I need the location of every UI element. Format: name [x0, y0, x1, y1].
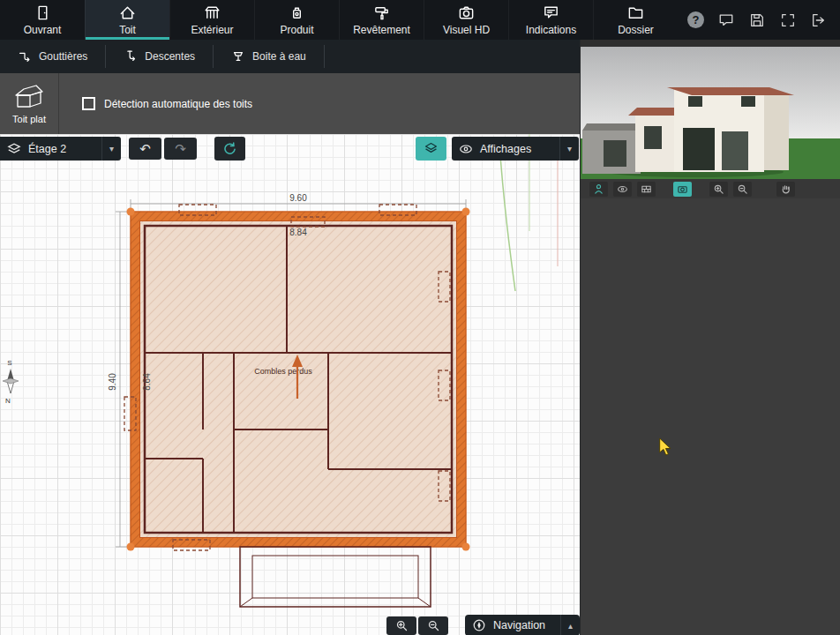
note-icon [543, 4, 559, 21]
eye-icon [617, 183, 628, 195]
help-button[interactable]: ? [687, 11, 704, 28]
roof-subnav: Gouttières Descentes Boite à eau [0, 40, 580, 73]
right-panel [580, 40, 840, 635]
roof-icon [119, 4, 136, 21]
redo-button[interactable]: ↷ [164, 138, 197, 160]
zoom-in-button[interactable] [386, 616, 416, 635]
camera-view-button[interactable] [673, 182, 692, 197]
waterbox-icon [231, 49, 245, 64]
exit-button[interactable] [810, 11, 828, 29]
flat-roof-icon [13, 83, 45, 109]
tab-toit[interactable]: Toit [85, 0, 169, 40]
tab-revetement[interactable]: Revêtement [339, 0, 424, 40]
tab-label: Extérieur [191, 24, 233, 36]
dim-inner-height: 8.64 [142, 373, 152, 391]
render-3d [581, 40, 840, 179]
viewport-zoom-out-button[interactable] [733, 182, 752, 197]
plan-canvas[interactable]: 9.60 8.84 9.40 8.64 Combles perdus S N [0, 134, 580, 635]
fullscreen-icon [780, 12, 796, 28]
subnav-label: Descentes [145, 50, 195, 63]
floor-plan[interactable]: 9.60 8.84 9.40 8.64 Combles perdus S N [0, 134, 580, 635]
floor-selector[interactable]: Étage 2 ▾ [0, 137, 121, 161]
paint-roller-icon [373, 4, 390, 21]
room-label: Combles perdus [254, 367, 312, 376]
viewport-zoom-in-button[interactable] [709, 182, 728, 197]
save-button[interactable] [748, 11, 766, 29]
person-icon [593, 183, 604, 195]
walls-view-button[interactable] [637, 182, 656, 197]
camera-icon [677, 183, 688, 195]
tab-exterieur[interactable]: Extérieur [169, 0, 254, 40]
zoom-in-icon [713, 183, 724, 195]
viewport-3d[interactable] [581, 40, 840, 179]
zoom-in-icon [395, 619, 409, 632]
top-actions: ? [687, 0, 840, 40]
main-tabs: Ouvrant Toit Extérieur Produit Revêtemen… [0, 0, 678, 40]
panel-empty-area [581, 198, 840, 635]
downpipe-icon [124, 49, 138, 64]
undo-button[interactable]: ↶ [129, 138, 161, 160]
gutter-icon [18, 49, 32, 64]
affichages-label: Affichages [473, 143, 559, 155]
tab-visuel-hd[interactable]: Visuel HD [424, 0, 508, 40]
cursor-pointer [658, 438, 674, 458]
pan-button[interactable] [776, 182, 795, 197]
zoom-out-icon [427, 619, 440, 632]
tab-indications[interactable]: Indications [508, 0, 593, 40]
product-icon [289, 4, 305, 21]
tab-produit[interactable]: Produit [254, 0, 339, 40]
viewport-toolbar [581, 179, 840, 198]
visibility-button[interactable] [613, 182, 632, 197]
dim-outer-width: 9.60 [289, 193, 307, 203]
flat-roof-tool[interactable]: Toit plat [0, 73, 59, 134]
chevron-up-icon: ▴ [560, 615, 580, 635]
eye-icon [459, 142, 473, 156]
zoom-out-icon [737, 183, 748, 195]
auto-detect-label: Détection automatique des toits [104, 98, 252, 110]
affichages-dropdown[interactable]: Affichages ▾ [452, 137, 579, 161]
navigation-dropdown[interactable]: Navigation ▴ [465, 615, 580, 635]
comment-button[interactable] [717, 11, 735, 29]
subnav-boite-a-eau[interactable]: Boite à eau [214, 45, 325, 68]
layers-button[interactable] [416, 137, 446, 161]
dim-outer-height: 9.40 [108, 373, 117, 391]
layers-icon [424, 141, 439, 156]
app-window: Ouvrant Toit Extérieur Produit Revêtemen… [0, 0, 840, 635]
tab-ouvrant[interactable]: Ouvrant [0, 0, 85, 40]
compass: S N [3, 359, 19, 405]
navigation-label: Navigation [486, 619, 560, 631]
subnav-descentes[interactable]: Descentes [106, 45, 214, 68]
pergola-icon [204, 4, 221, 21]
subnav-gouttieres[interactable]: Gouttières [0, 45, 106, 68]
subnav-label: Boite à eau [252, 50, 306, 63]
navigation-compass-icon [472, 618, 486, 632]
tab-dossier[interactable]: Dossier [593, 0, 678, 40]
door-icon [34, 4, 51, 21]
bricks-icon [641, 183, 652, 195]
comment-icon [718, 12, 734, 28]
flat-roof-label: Toit plat [12, 114, 46, 124]
chevron-down-icon[interactable]: ▾ [101, 137, 121, 161]
auto-detect-checkbox[interactable] [82, 97, 95, 110]
zoom-out-button[interactable] [418, 616, 448, 635]
roof-options-bar: Toit plat Détection automatique des toit… [0, 73, 580, 134]
walkthrough-button[interactable] [589, 182, 608, 197]
redo-icon: ↷ [175, 141, 186, 157]
tab-label: Indications [526, 24, 576, 36]
porch-roof-outline [240, 547, 431, 607]
tab-label: Dossier [618, 24, 654, 36]
auto-detect-row[interactable]: Détection automatique des toits [82, 73, 252, 134]
fullscreen-button[interactable] [779, 11, 797, 29]
tab-label: Ouvrant [24, 24, 62, 36]
tab-label: Produit [280, 24, 313, 36]
rotate-icon [222, 141, 237, 156]
floors-icon [7, 142, 21, 156]
exit-icon [811, 12, 827, 28]
undo-icon: ↶ [139, 141, 151, 157]
tab-label: Revêtement [353, 24, 410, 36]
subnav-label: Gouttières [39, 50, 87, 63]
tab-label: Toit [119, 24, 136, 36]
compass-s-label: S [7, 359, 11, 367]
rotate-tool-button[interactable] [214, 137, 245, 161]
folder-icon [627, 4, 644, 21]
